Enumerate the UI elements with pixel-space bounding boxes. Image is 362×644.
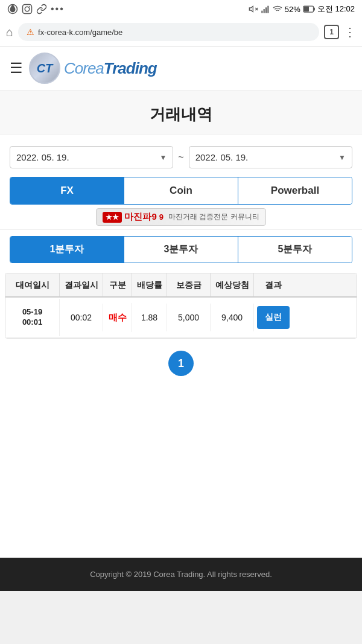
ad-subtitle: 마진거래 검증전문 커뮤니티 — [168, 212, 259, 222]
th-rate: 배당률 — [132, 273, 167, 296]
svg-marker-4 — [249, 6, 253, 11]
signal-icon — [261, 4, 270, 14]
th-result: 결과 — [254, 273, 293, 296]
app1-icon — [7, 4, 18, 14]
date-from-value: 2022. 05. 19. — [16, 152, 69, 162]
th-expected: 예상당첨 — [211, 273, 254, 296]
status-right: 52% 오전 12:02 — [249, 4, 355, 14]
result-action-button[interactable]: 실런 — [257, 306, 290, 329]
page-1-button[interactable]: 1 — [168, 351, 194, 376]
url-bar[interactable]: ⚠ fx-corea-k.com/game/be — [18, 23, 319, 41]
sub-tab-1min[interactable]: 1분투자 — [10, 237, 124, 263]
td-result-time: 00:02 — [60, 304, 103, 331]
main-tab-row: FX Coin Powerball — [10, 177, 352, 205]
url-text: fx-corea-k.com/game/be — [38, 28, 122, 37]
browser-bar: ⌂ ⚠ fx-corea-k.com/game/be 1 ⋮ — [0, 18, 362, 46]
date-from-select[interactable]: 2022. 05. 19. ▼ — [10, 146, 173, 168]
nav-bar: ☰ CT CoreaTrading — [0, 46, 362, 91]
tab-fx[interactable]: FX — [10, 177, 124, 204]
date-tilde: ~ — [178, 152, 183, 163]
date-filter-row: 2022. 05. 19. ▼ ~ 2022. 05. 19. ▼ — [10, 146, 352, 168]
sub-tab-row: 1분투자 3분투자 5분투자 — [10, 236, 352, 263]
td-date: 05-1900:01 — [5, 299, 60, 336]
mute-icon — [249, 4, 258, 14]
link-icon — [36, 4, 47, 14]
th-type: 구분 — [103, 273, 132, 296]
table-row: 05-1900:01 00:02 매수 1.88 5,000 9,400 실런 — [5, 298, 357, 338]
hamburger-menu-icon[interactable]: ☰ — [10, 60, 23, 77]
logo-circle: CT — [29, 53, 60, 84]
browser-menu-icon[interactable]: ⋮ — [344, 25, 356, 39]
td-deposit: 5,000 — [167, 304, 211, 331]
svg-rect-13 — [304, 7, 309, 11]
status-time: 오전 12:02 — [317, 4, 355, 14]
ad-banner-inner[interactable]: ★★ 마진파9 9 마진거래 검증전문 커뮤니티 — [96, 208, 265, 226]
svg-rect-7 — [261, 11, 262, 13]
page-content: 2022. 05. 19. ▼ ~ 2022. 05. 19. ▼ FX Coi… — [0, 135, 362, 558]
ad-banner: ★★ 마진파9 9 마진거래 검증전문 커뮤니티 — [0, 205, 362, 230]
date-to-value: 2022. 05. 19. — [195, 152, 249, 162]
tab-powerball[interactable]: Powerball — [238, 177, 352, 204]
battery-icon — [303, 5, 315, 13]
ad-title: 마진파9 — [124, 211, 156, 223]
warning-icon: ⚠ — [27, 27, 34, 37]
chevron-down-icon-2: ▼ — [338, 153, 346, 162]
sub-tab-3min[interactable]: 3분투자 — [124, 237, 238, 263]
logo-area: CT CoreaTrading — [29, 53, 157, 84]
wifi-icon — [273, 4, 282, 14]
logo-ct-text: CT — [37, 62, 53, 75]
th-date: 대여일시 — [5, 273, 60, 296]
page-title: 거래내역 — [0, 104, 362, 125]
ad-star-badge: ★★ — [103, 212, 122, 223]
status-left-icons: ••• — [7, 4, 65, 14]
footer: Copyright © 2019 Corea Trading. All righ… — [0, 558, 362, 591]
svg-rect-8 — [263, 9, 264, 13]
svg-rect-9 — [265, 7, 267, 13]
page-title-area: 거래내역 — [0, 91, 362, 135]
instagram-icon — [22, 4, 33, 14]
svg-rect-14 — [314, 8, 315, 11]
footer-text: Copyright © 2019 Corea Trading. All righ… — [90, 570, 272, 579]
td-result-btn: 실런 — [254, 298, 293, 337]
trade-table: 대여일시 결과일시 구분 배당률 보증금 예상당첨 결과 05 — [5, 273, 357, 339]
status-bar: ••• 52% 오전 12:02 — [0, 0, 362, 18]
battery-level: 52% — [285, 5, 300, 14]
ad-nine: 9 — [159, 212, 164, 222]
logo-text: CoreaTrading — [64, 59, 157, 78]
tab-count-button[interactable]: 1 — [324, 25, 339, 39]
svg-point-2 — [25, 7, 30, 11]
tab-coin[interactable]: Coin — [124, 177, 238, 204]
date-to-select[interactable]: 2022. 05. 19. ▼ — [189, 146, 352, 168]
svg-point-3 — [29, 6, 30, 7]
filter-section: 2022. 05. 19. ▼ ~ 2022. 05. 19. ▼ FX Coi… — [0, 135, 362, 205]
svg-rect-10 — [267, 6, 268, 13]
home-icon[interactable]: ⌂ — [6, 25, 13, 39]
sub-tab-5min[interactable]: 5분투자 — [238, 237, 352, 263]
th-deposit: 보증금 — [167, 273, 211, 296]
td-rate: 1.88 — [132, 304, 167, 331]
ad-logo: ★★ 마진파9 9 — [103, 211, 164, 223]
th-result-time: 결과일시 — [60, 273, 103, 296]
table-header: 대여일시 결과일시 구분 배당률 보증금 예상당첨 결과 — [5, 273, 357, 298]
more-icon: ••• — [51, 4, 65, 14]
svg-rect-1 — [23, 5, 32, 14]
td-type: 매수 — [103, 303, 132, 332]
chevron-down-icon: ▼ — [159, 153, 167, 162]
td-expected: 9,400 — [211, 304, 254, 331]
pagination: 1 — [0, 339, 362, 388]
